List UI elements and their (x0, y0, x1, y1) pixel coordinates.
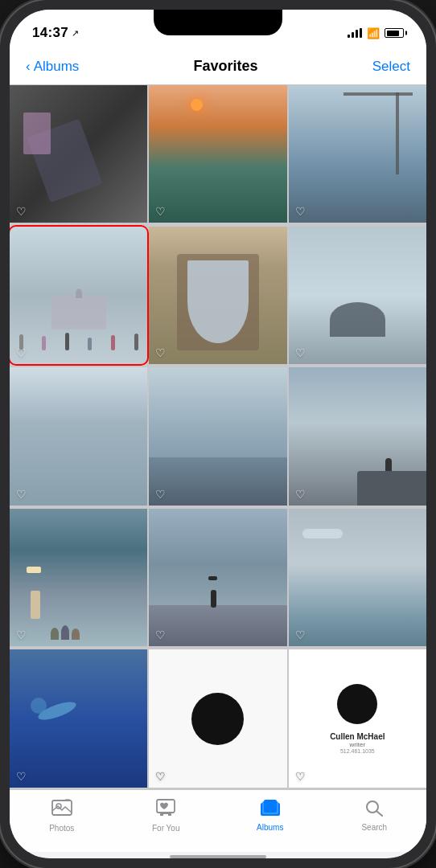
phone-frame: 14:37 ↗ 📶 (0, 0, 436, 868)
heart-icon: ♡ (155, 488, 166, 501)
search-tab-label: Search (361, 823, 387, 832)
search-tab-icon (364, 799, 385, 820)
heart-icon: ♡ (295, 628, 306, 641)
photo-12[interactable]: ♡ (289, 509, 426, 646)
card-name: Cullen McHael (330, 732, 385, 741)
heart-icon: ♡ (16, 628, 27, 641)
heart-icon: ♡ (295, 488, 306, 501)
navigation-bar: ‹ Albums Favorites Select (10, 50, 426, 85)
wifi-icon: 📶 (367, 27, 380, 39)
status-time: 14:37 (32, 25, 68, 41)
photo-14[interactable]: ♡ (149, 649, 286, 787)
home-indicator (170, 855, 266, 858)
card-title: writer (330, 741, 385, 748)
svg-rect-5 (162, 813, 170, 814)
status-icons: 📶 (348, 27, 404, 39)
tab-photos[interactable]: Photos (10, 798, 114, 833)
heart-icon: ♡ (16, 770, 27, 783)
photo-4-highlighted[interactable]: ♡ (10, 227, 147, 364)
photos-tab-label: Photos (49, 824, 74, 833)
screen: 14:37 ↗ 📶 (10, 10, 426, 858)
card-phone: 512.461.1035 (330, 748, 385, 754)
photo-5[interactable]: ♡ (149, 227, 286, 364)
photo-1[interactable]: ♡ (10, 85, 147, 223)
battery-icon (385, 28, 404, 38)
svg-line-10 (377, 812, 383, 817)
albums-tab-label: Albums (257, 823, 283, 832)
chevron-left-icon: ‹ (26, 59, 31, 75)
photo-13[interactable]: ♡ (10, 649, 147, 787)
back-button[interactable]: ‹ Albums (26, 59, 79, 75)
photo-10[interactable]: ♡ (10, 509, 147, 646)
heart-icon: ♡ (155, 770, 166, 783)
tab-albums[interactable]: Albums (218, 799, 323, 832)
photo-3[interactable]: ♡ (289, 85, 426, 223)
tab-for-you[interactable]: For You (114, 798, 219, 833)
heart-icon: ♡ (16, 346, 27, 359)
heart-icon: ♡ (155, 205, 166, 218)
back-label: Albums (34, 59, 80, 75)
photo-7[interactable]: ♡ (10, 367, 147, 505)
notch (154, 10, 282, 35)
heart-icon: ♡ (16, 205, 27, 218)
svg-rect-8 (264, 800, 277, 813)
heart-icon: ♡ (295, 205, 306, 218)
photo-11[interactable]: ♡ (149, 509, 286, 646)
photo-6[interactable]: ♡ (289, 227, 426, 364)
tab-search[interactable]: Search (323, 799, 427, 832)
heart-icon: ♡ (155, 628, 166, 641)
heart-icon: ♡ (16, 488, 27, 501)
heart-icon: ♡ (155, 346, 166, 359)
for-you-tab-icon (155, 798, 176, 821)
phone-screen: 14:37 ↗ 📶 (10, 10, 426, 858)
photo-8[interactable]: ♡ (149, 367, 286, 505)
select-button[interactable]: Select (372, 59, 410, 75)
photo-9[interactable]: ♡ (289, 367, 426, 505)
for-you-tab-label: For You (152, 824, 179, 833)
photo-2[interactable]: ♡ (149, 85, 286, 223)
photo-grid: ♡ ♡ ♡ (10, 85, 426, 789)
tab-bar: Photos For You (10, 789, 426, 852)
page-title: Favorites (194, 58, 258, 75)
signal-icon (348, 28, 362, 38)
heart-icon: ♡ (295, 770, 306, 783)
photos-tab-icon (51, 798, 72, 821)
heart-icon: ♡ (295, 346, 306, 359)
location-icon: ↗ (72, 28, 79, 39)
albums-tab-icon (260, 799, 281, 820)
photo-15[interactable]: Cullen McHael writer 512.461.1035 ♡ (289, 649, 426, 787)
